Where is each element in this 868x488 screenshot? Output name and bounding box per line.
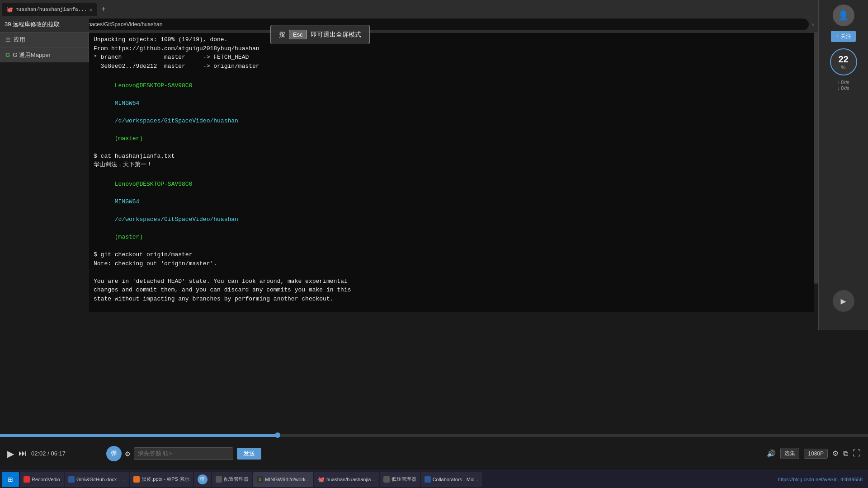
terminal-scrollbar[interactable] (814, 33, 818, 312)
send-button[interactable]: 发送 (237, 448, 261, 460)
avatar: 👤 (833, 5, 854, 26)
speed-value: 22 (838, 54, 848, 65)
terminal-line-hash: 3e8ee02..79de212 master -> origin/master (94, 62, 814, 71)
terminal-prompt-2: Lenovo@DESKTOP-SAV98C0 MINGW64 /d/worksp… (94, 171, 814, 251)
gitdocx-icon (68, 476, 75, 483)
speed-down: ↓ 0k/s (837, 86, 849, 91)
tab-close-icon[interactable]: ✕ (89, 7, 92, 13)
danmu-area: 弹 ⚙ 发送 (106, 446, 261, 461)
play-button[interactable]: ▶ (7, 448, 14, 459)
terminal-cmd-1: $ cat huashanjianfa.txt (94, 152, 814, 161)
taskbar-wps[interactable]: 黑皮.pptx - WPS 演示 (130, 472, 193, 487)
bottom-controls: ▶ ⏭ 02:02 / 06:17 弹 ⚙ 发送 🔊 选集 1080P ⚙ ⧉ … (0, 434, 868, 470)
taskbar-pressure[interactable]: 低压管理器 (380, 472, 420, 487)
terminal-line-from: From https://github.com/atguigu2018ybuq/… (94, 44, 814, 53)
start-button[interactable]: ⊞ (2, 472, 19, 487)
settings-button[interactable]: ⚙ (832, 449, 839, 458)
speed-unit: % (841, 65, 846, 70)
time-current: 02:02 (31, 450, 46, 457)
prompt2-shell: MINGW64 (115, 198, 140, 205)
follow-label: 关注 (840, 33, 851, 39)
address-bar[interactable]: MINGW64:/d/workspaces/GitSpaceVideo/huas… (36, 19, 809, 30)
progress-bar-fill (0, 434, 278, 437)
pip-button[interactable]: ⧉ (843, 450, 848, 458)
taskbar-config[interactable]: 配置管理器 (212, 472, 252, 487)
prompt1-branch: (master) (115, 135, 143, 142)
terminal-content[interactable]: Unpacking objects: 100% (19/19), done. F… (89, 33, 818, 312)
mapper-icon: G (5, 52, 10, 58)
speed-circle: 22 % (830, 48, 857, 75)
follow-button[interactable]: + 关注 (831, 31, 855, 42)
terminal-out2-5: state without impacting any branches by … (94, 295, 814, 304)
prompt1-path: /d/workspaces/GitSpaceVideo/huashan (115, 117, 238, 124)
prompt1-space (115, 108, 118, 115)
follow-icon: + (835, 33, 839, 39)
danmu-taskbar-icon: 弹 (198, 474, 208, 484)
terminal-out2-3: You are in 'detached HEAD' state. You ca… (94, 277, 814, 286)
danmu-icon[interactable]: 弹 (106, 446, 122, 461)
time-display: 02:02 / 06:17 (31, 450, 66, 457)
video-title: 39.远程库修改的拉取 (5, 20, 60, 28)
sidebar-item-apps[interactable]: ☰ 应用 (0, 33, 89, 47)
taskbar-danmu[interactable]: 弹 (194, 472, 211, 487)
play-btn-right[interactable]: ▶ (833, 290, 854, 312)
esc-prefix: 按 (279, 31, 285, 39)
esc-suffix: 即可退出全屏模式 (311, 31, 361, 39)
tab-favicon: 🐙 (6, 6, 13, 13)
collaborators-icon (425, 476, 431, 483)
prompt2-space (115, 190, 118, 197)
prompt2-space2 (115, 207, 118, 214)
quality-button[interactable]: 1080P (804, 449, 828, 459)
prompt2-branch: (master) (115, 234, 143, 240)
taskbar-huashan[interactable]: 🐙 huashan/huashanjia... (314, 472, 379, 487)
prompt2-path: /d/workspaces/GitSpaceVideo/huashan (115, 216, 238, 223)
prompt1-user: Lenovo@DESKTOP-SAV98C0 (115, 82, 193, 89)
progress-bar-container[interactable] (0, 434, 868, 437)
terminal-line-branch: * branch master -> FETCH_HEAD (94, 53, 814, 62)
left-sidebar: ☰ 应用 G G 通用Mapper (0, 33, 89, 62)
taskbar-gitdocx[interactable]: Git&&GitHub.docx - ... (65, 472, 129, 487)
recordvedio-icon (24, 476, 30, 483)
prompt1-at (115, 91, 118, 98)
mingw-icon: $ (257, 476, 263, 483)
right-panel: 👤 + 关注 22 % ↑ 0k/s ↓ 0k/s ▶ (818, 0, 868, 330)
extensions-area: ☆ (811, 21, 815, 28)
taskbar-recordvedio[interactable]: RecordVedio (20, 472, 64, 487)
danmu-input[interactable] (134, 447, 233, 460)
star-marker: * (94, 54, 101, 61)
volume-button[interactable]: 🔊 (767, 449, 776, 458)
taskbar-collaborators[interactable]: Collaborators - Mic... (421, 472, 482, 487)
prompt2-user: Lenovo@DESKTOP-SAV98C0 (115, 181, 193, 188)
taskbar-mingw[interactable]: $ MINGW64:/d/work... (253, 472, 313, 487)
fullscreen-button[interactable]: ⛶ (853, 449, 861, 458)
config-label: 配置管理器 (224, 476, 249, 483)
danmu-settings-icon[interactable]: ⚙ (125, 449, 130, 459)
huashan-label: huashan/huashanjia... (326, 477, 375, 482)
terminal-out1-1: 华山剑法，天下第一！ (94, 160, 814, 169)
star-icon[interactable]: ☆ (811, 21, 815, 28)
prompt2-space3 (115, 225, 118, 232)
right-controls: 🔊 选集 1080P ⚙ ⧉ ⛶ (767, 448, 861, 459)
terminal-window: Unpacking objects: 100% (19/19), done. F… (89, 33, 818, 312)
wps-label: 黑皮.pptx - WPS 演示 (142, 476, 189, 483)
apps-icon: ☰ (5, 37, 11, 43)
sidebar-item-mapper[interactable]: G G 通用Mapper (0, 47, 89, 62)
next-button[interactable]: ⏭ (19, 449, 27, 458)
progress-bar-thumb[interactable] (275, 432, 280, 438)
mingw-label: MINGW64:/d/work... (265, 477, 310, 482)
apps-label: 应用 (14, 36, 25, 44)
new-tab-btn[interactable]: + (97, 3, 110, 16)
terminal-scrollbar-thumb[interactable] (814, 33, 818, 284)
speed-up: ↑ 0k/s (837, 80, 849, 85)
branch-word: branch master -> FETCH_HEAD (101, 54, 249, 61)
speed-arrows: ↑ 0k/s ↓ 0k/s (837, 80, 849, 91)
gitdocx-label: Git&&GitHub.docx - ... (76, 477, 125, 482)
terminal-cmd-2: $ git checkout origin/master (94, 250, 814, 259)
pressure-icon (383, 476, 390, 483)
select-button[interactable]: 选集 (780, 448, 799, 459)
browser-tab[interactable]: 🐙 huashan/huashanjianfa... ✕ (2, 3, 97, 16)
taskbar-url: https://blog.csdn.net/weixin_44849558 (778, 477, 866, 482)
terminal-out2-blank2 (94, 303, 814, 312)
esc-overlay: 按 Esc 即可退出全屏模式 (270, 25, 370, 44)
huashan-icon: 🐙 (318, 476, 325, 483)
